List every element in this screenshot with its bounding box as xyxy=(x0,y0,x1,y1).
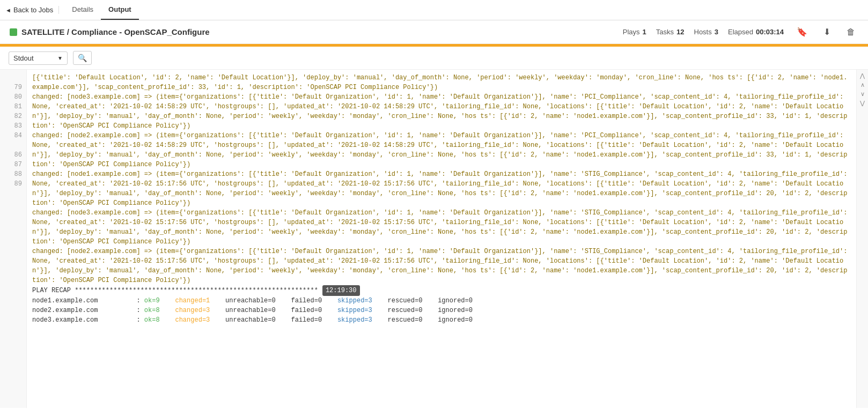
tasks-stat: Tasks 12 xyxy=(656,28,685,36)
line-number: 86 xyxy=(0,150,26,160)
output-line: changed: [node1.example.com] => (item={'… xyxy=(32,169,851,208)
toolbar: Stdout ▼ 🔍 xyxy=(0,47,868,70)
output-wrapper: 79808182838486878889 [{'title': 'Default… xyxy=(0,70,856,408)
job-title: SATELLITE / Compliance - OpenSCAP_Config… xyxy=(10,27,210,36)
line-number: 79 xyxy=(0,83,26,92)
plays-stat: Plays 1 xyxy=(623,28,646,36)
back-arrow-icon: ◄ xyxy=(5,7,11,13)
download-button[interactable]: ⬇ xyxy=(820,26,834,38)
bookmark-button[interactable]: 🔖 xyxy=(793,26,811,38)
line-number: 88 xyxy=(0,169,26,179)
stdout-label: Stdout xyxy=(13,54,34,62)
hosts-label: Hosts xyxy=(694,28,712,36)
plays-value: 1 xyxy=(643,28,646,36)
output-line: changed: [node3.example.com] => (item={'… xyxy=(32,92,851,131)
plays-label: Plays xyxy=(623,28,640,36)
output-line: changed: [node3.example.com] => (item={'… xyxy=(32,208,851,247)
stdout-select[interactable]: Stdout ▼ xyxy=(9,51,68,65)
search-button[interactable]: 🔍 xyxy=(73,51,92,65)
elapsed-label: Elapsed xyxy=(728,28,753,36)
elapsed-stat: Elapsed 00:03:14 xyxy=(728,28,784,36)
status-dot xyxy=(10,28,17,36)
chevron-down-icon: ▼ xyxy=(57,55,63,61)
line-number: 87 xyxy=(0,160,26,169)
scroll-top-button[interactable]: ⋀ xyxy=(859,72,866,80)
line-number: 82 xyxy=(0,112,26,121)
job-header: SATELLITE / Compliance - OpenSCAP_Config… xyxy=(0,20,868,44)
line-number: 81 xyxy=(0,102,26,112)
scroll-bottom-button[interactable]: ⋁ xyxy=(859,99,866,107)
output-area: 79808182838486878889 [{'title': 'Default… xyxy=(0,70,868,408)
output-line: node3.example.com : ok=8 changed=3 unrea… xyxy=(32,315,851,325)
line-number: 89 xyxy=(0,179,26,189)
line-numbers: 79808182838486878889 xyxy=(0,70,27,408)
output-content[interactable]: [{'title': 'Default Location', 'id': 2, … xyxy=(27,70,856,408)
timestamp-badge: 12:19:30 xyxy=(322,285,360,296)
delete-button[interactable]: 🗑 xyxy=(843,26,858,38)
line-number xyxy=(0,140,26,150)
output-line: [{'title': 'Default Location', 'id': 2, … xyxy=(32,73,851,92)
tasks-value: 12 xyxy=(676,28,684,36)
back-to-jobs-link[interactable]: ◄ Back to Jobs xyxy=(5,6,59,14)
back-label: Back to Jobs xyxy=(13,6,53,14)
scroll-down-button[interactable]: ∨ xyxy=(859,90,866,98)
line-number: 83 xyxy=(0,121,26,131)
job-title-text: SATELLITE / Compliance - OpenSCAP_Config… xyxy=(21,27,210,36)
hosts-value: 3 xyxy=(715,28,718,36)
output-line: node1.example.com : ok=9 changed=1 unrea… xyxy=(32,296,851,306)
top-nav: ◄ Back to Jobs Details Output xyxy=(0,0,868,20)
output-line: PLAY RECAP *****************************… xyxy=(32,285,851,296)
elapsed-value: 00:03:14 xyxy=(756,28,784,36)
tab-output[interactable]: Output xyxy=(101,0,139,20)
output-line: changed: [node2.example.com] => (item={'… xyxy=(32,131,851,169)
line-number: 84 xyxy=(0,131,26,140)
output-line: changed: [node2.example.com] => (item={'… xyxy=(32,247,851,285)
scroll-controls: ⋀ ∧ ∨ ⋁ xyxy=(856,70,868,408)
scroll-up-button[interactable]: ∧ xyxy=(859,81,866,89)
job-stats: Plays 1 Tasks 12 Hosts 3 Elapsed 00:03:1… xyxy=(623,26,858,38)
hosts-stat: Hosts 3 xyxy=(694,28,718,36)
line-number xyxy=(0,73,26,83)
output-line: node2.example.com : ok=8 changed=3 unrea… xyxy=(32,306,851,315)
tasks-label: Tasks xyxy=(656,28,674,36)
tab-details[interactable]: Details xyxy=(64,0,101,20)
line-number: 80 xyxy=(0,92,26,102)
